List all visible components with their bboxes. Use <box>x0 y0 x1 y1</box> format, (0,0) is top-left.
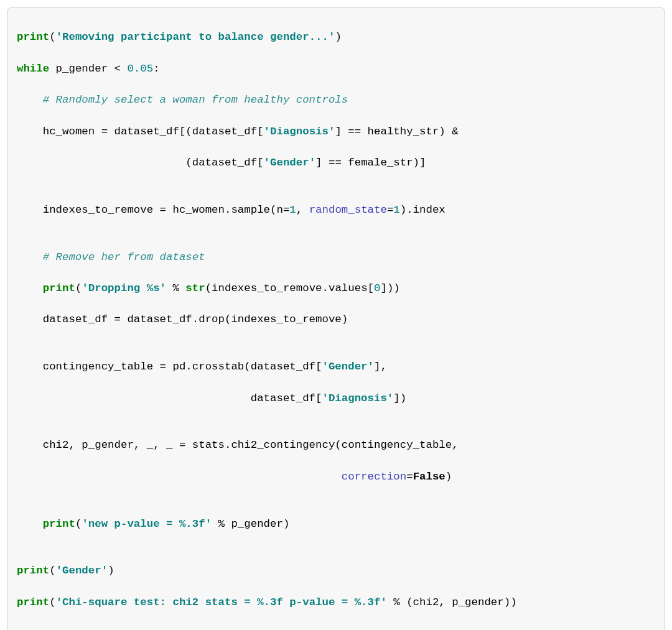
code-text: % <box>166 282 185 294</box>
code-text: ( <box>49 596 55 608</box>
code-text: ], <box>374 361 387 373</box>
code-text <box>17 518 43 530</box>
code-text <box>17 282 43 294</box>
code-text: ( <box>49 31 55 43</box>
code-text: ]) <box>393 392 406 404</box>
code-text: ] == female_str)] <box>315 157 426 169</box>
code-text: chi2, p_gender, _, _ = stats.chi2_contin… <box>17 439 459 451</box>
code-text: = <box>387 204 393 216</box>
kwarg: correction <box>342 471 406 483</box>
code-text: p_gender < <box>49 63 127 75</box>
code-text: % p_gender) <box>212 518 289 530</box>
code-text: contingency_table = pd.crosstab(dataset_… <box>17 361 322 373</box>
number-literal: 0 <box>374 282 380 294</box>
comment: # Remove her from dataset <box>17 251 205 263</box>
code-text: ( <box>75 282 82 294</box>
keyword-while: while <box>17 63 49 75</box>
string-literal: 'new p-value = %.3f' <box>82 518 212 530</box>
code-text: ( <box>49 565 55 577</box>
string-literal: 'Dropping %s' <box>82 282 166 294</box>
keyword-print: print <box>43 282 75 294</box>
keyword-print: print <box>17 31 49 43</box>
keyword-print: print <box>17 565 49 577</box>
comment: # Randomly select a woman from healthy c… <box>17 94 348 106</box>
number-literal: 1 <box>393 204 399 216</box>
string-literal: 'Gender' <box>264 157 316 169</box>
code-text <box>17 471 342 483</box>
code-text: = <box>406 471 413 483</box>
keyword-print: print <box>17 596 49 608</box>
code-text: indexes_to_remove = hc_women.sample(n= <box>17 204 289 216</box>
kwarg: random_state <box>309 204 387 216</box>
code-text: hc_women = dataset_df[(dataset_df[ <box>17 126 264 137</box>
string-literal: 'Removing participant to balance gender.… <box>56 31 335 43</box>
string-literal: 'Gender' <box>56 565 108 577</box>
code-text: % (chi2, p_gender)) <box>387 596 517 608</box>
code-text: ) <box>446 471 452 483</box>
code-text: ( <box>75 518 82 530</box>
code-text: dataset_df[ <box>17 392 322 404</box>
code-text: (dataset_df[ <box>17 157 264 169</box>
code-text: ) <box>335 31 341 43</box>
number-literal: 0.05 <box>127 63 153 75</box>
builtin-str: str <box>185 282 205 294</box>
string-literal: 'Chi-square test: chi2 stats = %.3f p-va… <box>56 596 387 608</box>
number-literal: 1 <box>289 204 296 216</box>
code-text: (indexes_to_remove.values[ <box>205 282 374 294</box>
code-text: dataset_df = dataset_df.drop(indexes_to_… <box>17 313 348 325</box>
code-text: ])) <box>380 282 399 294</box>
code-text: ).index <box>400 204 446 216</box>
code-text: ] == healthy_str) & <box>335 126 458 137</box>
code-text: ) <box>108 565 114 577</box>
string-literal: 'Diagnosis' <box>264 126 335 137</box>
code-text: : <box>153 63 159 75</box>
code-text: , <box>296 204 309 216</box>
keyword-print: print <box>43 518 75 530</box>
string-literal: 'Diagnosis' <box>322 392 394 404</box>
bool-literal: False <box>413 471 446 483</box>
string-literal: 'Gender' <box>322 361 375 373</box>
code-cell: print('Removing participant to balance g… <box>7 7 665 630</box>
